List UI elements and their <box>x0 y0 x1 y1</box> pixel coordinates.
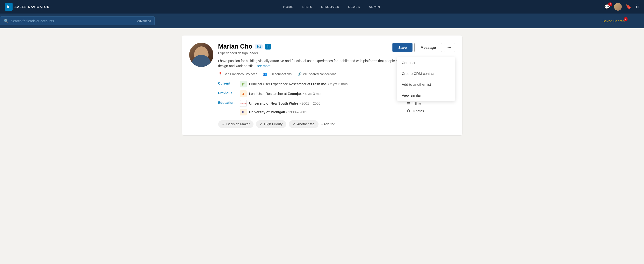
avatar-placeholder <box>189 43 214 67</box>
message-badge: 2 <box>608 2 612 6</box>
previous-company[interactable]: Zoomjax <box>288 92 302 96</box>
grid-icon-glyph: ⠿ <box>636 4 639 10</box>
lists-count: 2 lists <box>412 102 421 106</box>
connection-badge: 1st <box>255 44 263 49</box>
current-company[interactable]: Fresh Inc. <box>311 82 327 86</box>
nav-brand-text: SALES NAVIGATOR <box>14 5 50 9</box>
activity-notes[interactable]: 🗒 4 notes <box>407 109 455 113</box>
current-role-text: Principal User Experience Researcher at … <box>249 82 348 86</box>
shared-text: 210 shared connections <box>303 72 336 76</box>
shared-connections-meta[interactable]: 🔗 210 shared connections <box>298 72 336 76</box>
zoomjax-logo: Z <box>240 90 247 97</box>
profile-name: Marian Cho <box>218 43 252 50</box>
search-icon: 🔍 <box>4 18 8 23</box>
nav-home[interactable]: HOME <box>279 3 298 11</box>
save-button[interactable]: Save <box>392 43 412 52</box>
tag-high-priority[interactable]: ✓ High Priority <box>256 120 286 128</box>
advanced-link[interactable]: Advanced <box>137 19 151 23</box>
tag-decision-maker[interactable]: ✓ Decision Maker <box>218 120 254 128</box>
education-content: UNSW University of New South Wales • 200… <box>240 100 320 116</box>
education-label: Education <box>218 100 238 104</box>
umich-logo: M <box>240 109 247 116</box>
connections-text: 560 connections <box>269 72 292 76</box>
tag-check-icon: ✓ <box>222 122 225 126</box>
saved-search-badge: 6 <box>624 17 628 21</box>
previous-exp-item: Z Lead User Researcher at Zoomjax • 4 yr… <box>240 90 322 97</box>
edu2-name[interactable]: University of Michigan <box>249 110 285 114</box>
location-meta: 📍 San Francisco Bay Area <box>218 72 257 76</box>
dropdown-menu: Connect Create CRM contact Add to anothe… <box>397 57 455 101</box>
tag-label: Decision Maker <box>226 122 250 126</box>
edu1-text: University of New South Wales • 2001 – 2… <box>249 102 320 105</box>
bookmark-icon[interactable]: 🔖 <box>626 4 632 10</box>
bookmark-icon-glyph: 🔖 <box>626 4 632 10</box>
nav-links: HOME LISTS DISCOVER DEALS ADMIN <box>59 3 604 11</box>
connections-meta[interactable]: 👥 560 connections <box>263 72 292 76</box>
tag-label: High Priority <box>264 122 282 126</box>
notes-activity-icon: 🗒 <box>407 109 410 113</box>
notes-count: 4 notes <box>413 109 424 113</box>
activity-lists[interactable]: ☰ 2 lists <box>407 102 455 106</box>
tag-check-icon: ✓ <box>293 122 296 126</box>
fresh-inc-logo: 🌿 <box>240 81 247 88</box>
dropdown-view-similar[interactable]: View similar <box>397 90 455 101</box>
avatar-image <box>614 3 622 11</box>
current-exp-item: 🌿 Principal User Experience Researcher a… <box>240 81 348 88</box>
more-options-button[interactable]: ••• <box>444 43 455 52</box>
tag-label: Another tag <box>297 122 314 126</box>
messages-nav-button[interactable]: 💬 2 <box>604 4 610 10</box>
nav-lists[interactable]: LISTS <box>298 3 316 11</box>
search-bar-container: 🔍 Advanced Saved Search 6 <box>0 14 644 28</box>
tag-another[interactable]: ✓ Another tag <box>289 120 318 128</box>
connections-icon: 👥 <box>263 72 267 76</box>
grid-menu-icon[interactable]: ⠿ <box>636 4 639 10</box>
search-input[interactable] <box>11 19 130 23</box>
current-label: Current <box>218 81 238 85</box>
search-input-wrap: 🔍 Advanced <box>0 16 155 25</box>
edu2-text: University of Michigan • 1998 – 2001 <box>249 110 307 114</box>
shared-icon: 🔗 <box>298 72 302 76</box>
nav-logo[interactable]: in SALES NAVIGATOR <box>5 3 50 11</box>
tag-check-icon: ✓ <box>260 122 263 126</box>
more-icon: ••• <box>448 46 452 50</box>
profile-card: Marian Cho 1st in Experienced design lea… <box>182 36 462 135</box>
linkedin-profile-icon[interactable]: in <box>265 44 271 50</box>
unsw-logo: UNSW <box>240 100 247 107</box>
user-avatar-nav[interactable] <box>614 3 622 11</box>
edu1-item: UNSW University of New South Wales • 200… <box>240 100 320 107</box>
saved-search-button[interactable]: Saved Search 6 <box>602 19 625 23</box>
lists-activity-icon: ☰ <box>407 102 410 106</box>
edu2-item: M University of Michigan • 1998 – 2001 <box>240 109 320 116</box>
main-content: Marian Cho 1st in Experienced design lea… <box>177 28 467 142</box>
message-button[interactable]: Message <box>414 43 442 52</box>
action-buttons: Save Message ••• Connect Create CRM cont… <box>392 43 455 52</box>
nav-discover[interactable]: DISCOVER <box>317 3 344 11</box>
linkedin-logo-icon: in <box>5 3 12 11</box>
nav-admin[interactable]: ADMIN <box>365 3 384 11</box>
location-text: San Francisco Bay Area <box>224 72 257 76</box>
nav-right: 💬 2 🔖 ⠿ <box>604 3 639 11</box>
top-nav: in SALES NAVIGATOR HOME LISTS DISCOVER D… <box>0 0 644 14</box>
nav-deals[interactable]: DEALS <box>344 3 364 11</box>
dropdown-add-list[interactable]: Add to another list <box>397 79 455 90</box>
see-more-link[interactable]: ...see more <box>254 64 271 68</box>
previous-role-text: Lead User Researcher at Zoomjax • 4 yrs … <box>249 92 322 96</box>
previous-label: Previous <box>218 90 238 95</box>
dropdown-connect[interactable]: Connect <box>397 57 455 68</box>
add-tag-button[interactable]: + Add tag <box>321 122 336 126</box>
tags-row: ✓ Decision Maker ✓ High Priority ✓ Anoth… <box>218 120 455 128</box>
dropdown-crm[interactable]: Create CRM contact <box>397 68 455 79</box>
location-icon: 📍 <box>218 72 222 76</box>
profile-avatar <box>189 43 214 67</box>
edu1-name[interactable]: University of New South Wales <box>249 102 299 105</box>
